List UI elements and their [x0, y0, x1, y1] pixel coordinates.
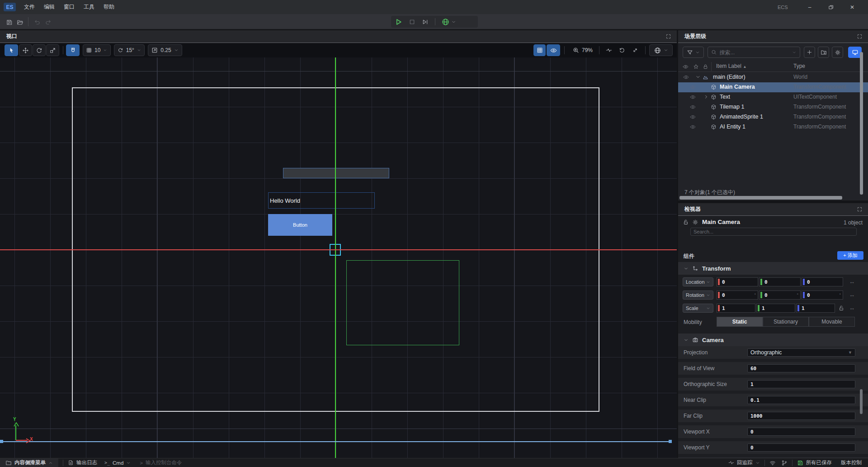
menu-window[interactable]: 窗口 [59, 0, 79, 14]
column-item-label[interactable]: Item Label ▲ [716, 63, 746, 69]
hierarchy-row-main-camera[interactable]: Main Camera TransformComponent [678, 82, 868, 92]
platform-selector[interactable] [442, 18, 456, 26]
scale-z-field[interactable]: 1 [796, 304, 835, 313]
expand-view-button[interactable] [629, 44, 641, 56]
star-column-icon[interactable] [693, 64, 699, 70]
viewport-world-dropdown[interactable] [649, 44, 673, 56]
output-log-button[interactable]: 输出日志 [68, 459, 97, 466]
version-control-button[interactable]: 版本控制 [841, 459, 862, 466]
hierarchy-row-ai-entity[interactable]: AI Entity 1 TransformComponent [678, 122, 868, 132]
near-clip-input[interactable]: 0.1 [747, 396, 855, 404]
chevron-right-icon[interactable] [703, 94, 709, 100]
location-link-icon[interactable]: ↔ [849, 278, 855, 285]
hierarchy-horizontal-scrollbar[interactable] [679, 196, 842, 200]
row-label[interactable]: AI Entity 1 [720, 124, 745, 130]
inspector-search[interactable] [690, 228, 857, 236]
guide-handle-left[interactable] [0, 440, 3, 443]
ui-slider-object[interactable] [283, 168, 389, 178]
hierarchy-row-tilemap[interactable]: Tilemap 1 TransformComponent [678, 102, 868, 112]
visibility-button[interactable] [547, 44, 560, 56]
rotation-z-field[interactable]: 0° [802, 291, 843, 300]
maximize-button[interactable] [823, 0, 839, 14]
menu-tools[interactable]: 工具 [79, 0, 99, 14]
console-command-input[interactable]: > 输入控制台命令 [140, 459, 182, 466]
scale-y-field[interactable]: 1 [756, 304, 795, 313]
filter-dropdown[interactable] [683, 47, 704, 58]
scene-canvas[interactable]: Hello World Button Y X [0, 57, 677, 458]
trace-dropdown[interactable]: 回追踪 [728, 459, 760, 466]
hierarchy-settings-button[interactable] [832, 47, 843, 58]
location-dropdown[interactable]: Location [683, 277, 713, 286]
content-drawer-tab[interactable]: 内容侧滑菜单 [0, 458, 58, 467]
grid-snap-dropdown[interactable]: 10 [83, 44, 111, 56]
stop-button[interactable] [409, 19, 415, 25]
inspector-fullscreen-button[interactable] [857, 206, 863, 212]
new-folder-button[interactable] [818, 47, 829, 58]
hierarchy-fullscreen-button[interactable] [857, 33, 863, 39]
source-control-branch[interactable] [781, 460, 788, 466]
hierarchy-row-main[interactable]: main (Editor) World [678, 72, 868, 82]
row-label[interactable]: Text [720, 94, 730, 100]
save-button[interactable] [5, 18, 14, 27]
save-status[interactable]: 所有已保存 [797, 459, 832, 466]
menu-edit[interactable]: 编辑 [39, 0, 59, 14]
rotation-link-icon[interactable]: ↔ [849, 291, 855, 298]
row-label[interactable]: Main Camera [720, 84, 755, 90]
column-type[interactable]: Type [793, 63, 805, 69]
scale-x-field[interactable]: 1 [717, 304, 755, 313]
eye-column-icon[interactable] [683, 64, 689, 70]
hierarchy-row-animatedsprite[interactable]: AnimatedSprite 1 TransformComponent [678, 112, 868, 122]
location-y-field[interactable]: 0 [759, 277, 801, 286]
eye-icon[interactable] [690, 94, 696, 100]
viewport-x-input[interactable]: 0 [747, 428, 855, 436]
row-label[interactable]: main (Editor) [713, 74, 745, 80]
scale-tool-button[interactable] [46, 44, 59, 56]
app-logo[interactable]: ES [4, 3, 16, 11]
play-button[interactable] [395, 18, 402, 26]
menu-file[interactable]: 文件 [19, 0, 39, 14]
select-tool-button[interactable] [5, 44, 18, 56]
snap-toggle-button[interactable] [66, 44, 80, 56]
mobility-stationary[interactable]: Stationary [763, 317, 809, 327]
mobility-movable[interactable]: Movable [809, 317, 855, 327]
orthographic-size-input[interactable]: 1 [747, 380, 855, 388]
field-of-view-input[interactable]: 60 [747, 364, 855, 372]
network-status[interactable] [769, 460, 776, 466]
menu-help[interactable]: 帮助 [99, 0, 119, 14]
chevron-down-icon[interactable] [695, 74, 701, 80]
inspector-search-input[interactable] [693, 229, 854, 234]
far-clip-input[interactable]: 1000 [747, 412, 855, 420]
reset-view-button[interactable] [616, 44, 628, 56]
row-label[interactable]: AnimatedSprite 1 [720, 114, 763, 120]
eye-icon[interactable] [690, 84, 696, 90]
eye-icon[interactable] [690, 124, 696, 130]
viewport-y-input[interactable]: 0 [747, 443, 855, 452]
guide-handle-right[interactable] [669, 440, 672, 443]
scale-dropdown[interactable]: Scale [683, 304, 713, 313]
row-label[interactable]: Tilemap 1 [720, 104, 744, 110]
location-z-field[interactable]: 0 [802, 277, 843, 286]
scale-snap-dropdown[interactable]: 0.25 [148, 44, 182, 56]
add-component-button[interactable]: + 添加 [837, 251, 863, 260]
hierarchy-vertical-scrollbar[interactable] [860, 52, 863, 195]
redo-button[interactable] [44, 18, 53, 27]
grid-visibility-button[interactable] [533, 44, 546, 56]
rotation-dropdown[interactable]: Rotation [683, 291, 713, 300]
step-button[interactable] [422, 19, 429, 25]
close-button[interactable]: ✕ [844, 0, 860, 14]
projection-dropdown[interactable]: Orthographic▼ [747, 348, 855, 357]
unlock-icon[interactable] [683, 219, 689, 225]
ui-button-object[interactable]: Button [268, 214, 332, 236]
eye-icon[interactable] [683, 74, 689, 80]
add-entity-button[interactable] [804, 47, 815, 58]
inspector-vertical-scrollbar[interactable] [860, 389, 863, 414]
guide-line[interactable] [0, 441, 671, 442]
undo-button[interactable] [33, 18, 42, 27]
rotation-x-field[interactable]: 0° [717, 291, 758, 300]
stats-button[interactable] [603, 44, 615, 56]
camera-section-header[interactable]: Camera [678, 334, 868, 346]
ui-text-object[interactable]: Hello World [268, 192, 375, 209]
location-x-field[interactable]: 0 [717, 277, 758, 286]
scale-unlock-icon[interactable] [838, 305, 844, 311]
zoom-control[interactable]: 79% [569, 44, 597, 56]
